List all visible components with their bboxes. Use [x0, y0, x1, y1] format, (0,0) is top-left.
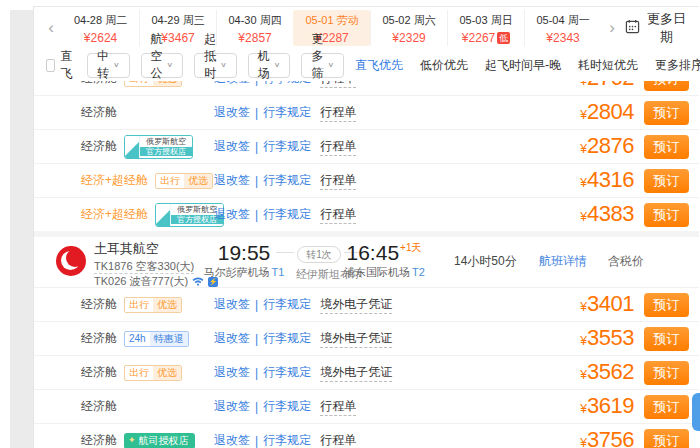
departure-terminal: T1 [272, 266, 285, 278]
sort-option-3[interactable]: 起飞时间早-晚 [485, 57, 561, 74]
refund-policy-link[interactable]: 退改签 [214, 296, 250, 313]
direct-flight-filter[interactable]: 直飞 [46, 48, 76, 82]
filter-dropdown-2[interactable]: 航空公司∨ [141, 53, 184, 78]
fare-cabin-group: 经济舱✦航司授权店 [81, 424, 195, 448]
date-tab-05-04[interactable]: 05-04 周一¥2343 [524, 10, 601, 46]
itinerary-doc-link[interactable]: 行程单 [320, 138, 356, 156]
fare-price: ¥2762 [580, 81, 634, 91]
transfer-line-left [276, 252, 294, 253]
refund-policy-link[interactable]: 退改签 [214, 138, 250, 155]
date-tab-05-01[interactable]: 05-01 劳动¥2287 [293, 10, 370, 46]
date-tab-05-02[interactable]: 05-02 周六¥2329 [370, 10, 447, 46]
dates-next-button[interactable]: › [601, 13, 623, 43]
direct-flight-checkbox[interactable] [46, 59, 55, 72]
book-button[interactable]: 预订 [644, 101, 689, 125]
refund-policy-link[interactable]: 退改签 [214, 206, 250, 223]
flight-details-link[interactable]: 航班详情 [539, 253, 587, 270]
book-button[interactable]: 预订 [644, 169, 689, 193]
baggage-policy-link[interactable]: 行李规定 [263, 432, 311, 448]
baggage-policy-link[interactable]: 行李规定 [263, 104, 311, 121]
refund-policy-link[interactable]: 退改签 [214, 364, 250, 381]
date-tab-04-28[interactable]: 04-28 周二¥2624 [62, 10, 139, 46]
baggage-policy-link[interactable]: 行李规定 [263, 398, 311, 415]
itinerary-doc-link[interactable]: 行程单 [320, 104, 356, 122]
filter-dropdowns: 中转∨航空公司∨起抵时间∨机场∨更多筛选∨ [87, 53, 344, 78]
cabin-label: 经济舱 [81, 330, 117, 347]
baggage-policy-link[interactable]: 行李规定 [263, 364, 311, 381]
refund-policy-link[interactable]: 退改签 [214, 432, 250, 448]
filter-dropdown-4[interactable]: 机场∨ [248, 53, 291, 78]
fare-tag: 出行优选 [124, 81, 182, 87]
book-button[interactable]: 预订 [644, 293, 689, 317]
fare-cabin-group: 经济舱出行优选 [81, 288, 182, 321]
refund-policy-link[interactable]: 退改签 [214, 104, 250, 121]
itinerary-doc-link[interactable]: 行程单 [320, 172, 356, 190]
baggage-policy-link[interactable]: 行李规定 [263, 206, 311, 223]
baggage-policy-link[interactable]: 行李规定 [263, 81, 311, 87]
itinerary-doc-link[interactable]: 境外电子凭证 [320, 364, 392, 382]
baggage-policy-link[interactable]: 行李规定 [263, 172, 311, 189]
refund-policy-link[interactable]: 退改签 [214, 398, 250, 415]
floating-side-button[interactable] [692, 393, 700, 431]
baggage-policy-link[interactable]: 行李规定 [263, 296, 311, 313]
sort-option-5[interactable]: 更多排序∨ [655, 57, 700, 74]
sort-option-label: 更多排序 [655, 57, 700, 74]
book-button[interactable]: 预订 [644, 81, 689, 91]
filter-dropdown-5[interactable]: 更多筛选∨ [301, 53, 344, 78]
flight-search-results-page: ‹ 04-28 周二¥262404-29 周三¥346704-30 周四¥285… [0, 0, 700, 448]
sort-option-1[interactable]: 直飞优先 [355, 57, 403, 74]
date-tab-05-03[interactable]: 05-03 周日¥2267低 [447, 10, 524, 46]
date-tab-label: 05-02 周六 [371, 13, 447, 28]
dates-prev-button[interactable]: ‹ [40, 13, 62, 43]
fare-price: ¥3619 [580, 393, 634, 419]
sort-option-4[interactable]: 耗时短优先 [578, 57, 638, 74]
itinerary-doc-link[interactable]: 行程单 [320, 81, 356, 88]
date-tab-04-30[interactable]: 04-30 周四¥2857 [216, 10, 293, 46]
arrival-time: 16:45+1天 [344, 241, 424, 265]
aeroflot-shop-badge: 俄罗斯航空官方授权店 [124, 135, 193, 159]
refund-policy-link[interactable]: 退改签 [214, 172, 250, 189]
fare-price: ¥3553 [580, 325, 634, 351]
link-separator: | [255, 140, 258, 154]
book-button[interactable]: 预订 [644, 361, 689, 385]
baggage-policy-link[interactable]: 行李规定 [263, 138, 311, 155]
cabin-label: 经济+超经舱 [81, 206, 148, 223]
book-button[interactable]: 预订 [644, 395, 689, 419]
fare-price: ¥3562 [580, 359, 634, 385]
itinerary-doc-link[interactable]: 境外电子凭证 [320, 330, 392, 348]
filter-dropdown-3[interactable]: 起抵时间∨ [194, 53, 237, 78]
fare-links: 退改签|行李规定行程单 [214, 424, 356, 448]
refund-policy-link[interactable]: 退改签 [214, 81, 250, 87]
aeroflot-logo-icon [156, 204, 171, 226]
itinerary-doc-link[interactable]: 行程单 [320, 206, 356, 224]
itinerary-doc-link[interactable]: 行程单 [320, 432, 356, 448]
refund-policy-link[interactable]: 退改签 [214, 330, 250, 347]
chevron-down-icon: ∨ [327, 61, 334, 69]
fare-rows-top: 经济舱退改签|行李规定行程单¥2804预订经济舱俄罗斯航空官方授权店退改签|行李… [34, 95, 699, 231]
transfer-count-pill[interactable]: 转1次 [297, 246, 341, 263]
aeroflot-logo-icon [125, 136, 140, 158]
tax-included-label: 含税价 [608, 253, 644, 270]
more-dates-button[interactable]: 更多日期 [623, 10, 689, 46]
itinerary-doc-link[interactable]: 境外电子凭证 [320, 296, 392, 314]
baggage-policy-link[interactable]: 行李规定 [263, 330, 311, 347]
segment-1-label[interactable]: TK1876 空客330(大) [94, 259, 194, 274]
date-price-text: ¥2343 [546, 31, 579, 45]
date-tabs: 04-28 周二¥262404-29 周三¥346704-30 周四¥28570… [62, 10, 601, 46]
fare-tag-part: 出行 [125, 298, 153, 312]
fare-tag-part: 出行 [156, 174, 184, 188]
date-tab-price: ¥2343 [525, 31, 601, 45]
link-separator: | [255, 434, 258, 448]
cabin-label: 经济舱 [81, 81, 117, 87]
book-button[interactable]: 预订 [644, 327, 689, 351]
itinerary-doc-link[interactable]: 行程单 [320, 398, 356, 416]
book-button[interactable]: 预订 [644, 135, 689, 159]
fare-links: 退改签|行李规定境外电子凭证 [214, 322, 392, 355]
date-tab-price: ¥2857 [217, 31, 293, 45]
filter-dropdown-label: 中转 [97, 48, 109, 82]
sort-option-2[interactable]: 低价优先 [420, 57, 468, 74]
filter-dropdown-1[interactable]: 中转∨ [87, 53, 130, 78]
book-button[interactable]: 预订 [644, 203, 689, 227]
chevron-down-icon: ∨ [113, 61, 120, 69]
book-button[interactable]: 预订 [644, 429, 689, 448]
